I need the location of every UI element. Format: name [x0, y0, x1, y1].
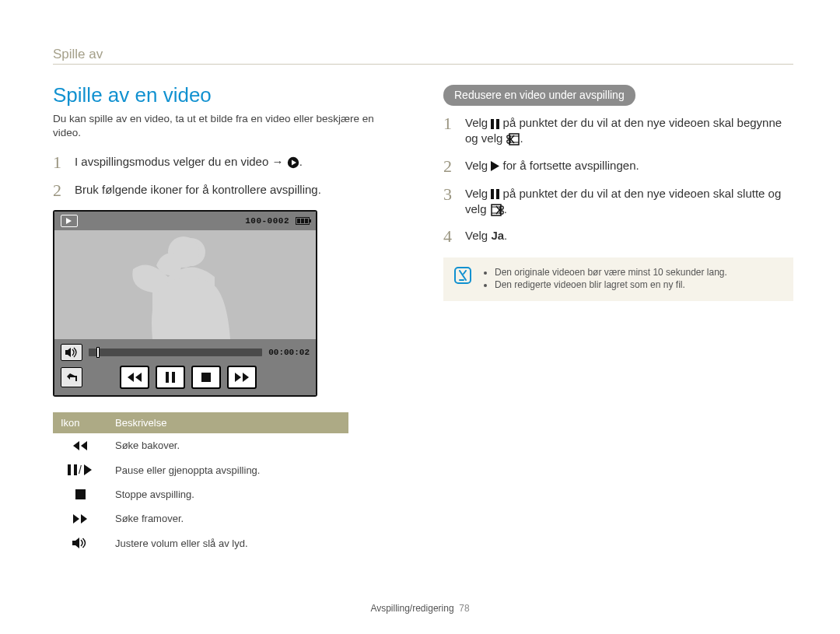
trim-start-icon: [506, 133, 520, 145]
th-desc: Beskrivelse: [107, 412, 348, 433]
player-viewport: [54, 230, 316, 339]
pause-play-icon: /: [61, 464, 100, 476]
pause-icon: [491, 189, 499, 199]
progress-bar[interactable]: [89, 349, 262, 356]
svg-rect-8: [172, 372, 175, 383]
left-column: Spille av en video Du kan spille av en v…: [53, 83, 403, 555]
note-icon: [454, 267, 471, 284]
step: 4 Velg Ja.: [443, 228, 793, 245]
cell-desc: Stoppe avspilling.: [107, 482, 348, 506]
cell-desc: Søke framover.: [107, 506, 348, 531]
step-text: Velg på punktet der du vil at den nye vi…: [465, 186, 793, 218]
step: 3 Velg på punktet der du vil at den nye …: [443, 186, 793, 218]
playback-mode-icon: [61, 215, 78, 227]
step-number: 1: [53, 154, 64, 171]
rewind-button[interactable]: [120, 366, 149, 389]
fast-forward-button[interactable]: [227, 366, 257, 389]
file-counter: 100-0002: [245, 216, 289, 226]
svg-marker-2: [66, 218, 72, 224]
note-box: Den originale videoen bør være minst 10 …: [443, 257, 793, 301]
step-number: 2: [443, 158, 454, 175]
svg-rect-7: [166, 372, 169, 383]
svg-marker-10: [235, 373, 241, 382]
svg-marker-13: [81, 441, 87, 450]
cell-desc: Pause eller gjenoppta avspilling.: [107, 457, 348, 482]
pause-button[interactable]: [156, 366, 185, 389]
svg-marker-6: [135, 373, 142, 382]
footer-section: Avspilling/redigering: [370, 603, 453, 614]
svg-marker-19: [81, 514, 87, 524]
player-bottombar: 00:00:02: [54, 339, 316, 395]
step-number: 2: [53, 182, 64, 199]
table-row: / Pause eller gjenoppta avspilling.: [53, 457, 348, 482]
trim-end-icon: [490, 204, 504, 216]
lead-paragraph: Du kan spille av en video, ta ut et bild…: [53, 112, 403, 140]
right-steps: 1 Velg på punktet der du vil at den nye …: [443, 115, 793, 245]
step-text: I avspillingsmodus velger du en video → …: [75, 154, 303, 170]
svg-marker-4: [65, 348, 71, 357]
step: 2 Velg for å fortsette avspillingen.: [443, 158, 793, 175]
table-row: Justere volum eller slå av lyd.: [53, 531, 348, 555]
step-2-text: Bruk følgende ikoner for å kontrollere a…: [75, 182, 321, 198]
table-row: Søke bakover.: [53, 433, 348, 457]
player-topbar: 100-0002: [54, 212, 316, 230]
elapsed-time: 00:00:02: [268, 348, 310, 357]
back-button[interactable]: [61, 367, 82, 387]
svg-marker-16: [84, 464, 92, 475]
table-row: Stoppe avspilling.: [53, 482, 348, 506]
running-header: Spille av: [53, 47, 793, 62]
svg-marker-11: [243, 373, 249, 382]
note-item: Den redigerte videoen blir lagret som en…: [495, 279, 727, 290]
table-row: Søke framover.: [53, 506, 348, 531]
step: 2 Bruk følgende ikoner for å kontrollere…: [53, 182, 403, 199]
volume-icon: [61, 537, 100, 549]
step-number: 3: [443, 186, 454, 203]
step-1-text: I avspillingsmodus velger du en video →: [75, 155, 283, 168]
stop-icon: [61, 489, 100, 499]
footer-page-number: 78: [459, 603, 469, 614]
step-text: Velg på punktet der du vil at den nye vi…: [465, 115, 793, 147]
svg-marker-5: [128, 373, 134, 382]
battery-icon: [296, 217, 310, 225]
step-number: 1: [443, 115, 454, 132]
svg-rect-9: [201, 373, 211, 382]
play-icon: [491, 161, 499, 171]
svg-rect-14: [68, 464, 71, 475]
stop-button[interactable]: [191, 366, 221, 389]
video-player-illustration: 100-0002: [53, 210, 317, 397]
right-column: Redusere en video under avspilling 1 Vel…: [443, 83, 793, 555]
svg-marker-20: [72, 538, 79, 548]
svg-rect-31: [491, 189, 494, 199]
icon-description-table: Ikon Beskrivelse Søke bakover.: [53, 412, 348, 555]
th-icon: Ikon: [53, 412, 107, 433]
volume-button[interactable]: [61, 344, 82, 361]
svg-rect-17: [75, 489, 86, 499]
cell-desc: Justere volum eller slå av lyd.: [107, 531, 348, 555]
svg-marker-12: [73, 441, 79, 450]
svg-rect-21: [491, 119, 494, 129]
rewind-icon: [61, 440, 100, 451]
left-steps: 1 I avspillingsmodus velger du en video …: [53, 154, 403, 199]
svg-marker-30: [491, 161, 499, 171]
step-text: Velg for å fortsette avspillingen.: [465, 158, 639, 173]
fast-forward-icon: [61, 513, 100, 524]
step-number: 4: [443, 228, 454, 245]
step: 1 Velg på punktet der du vil at den nye …: [443, 115, 793, 147]
page-footer: Avspilling/redigering 78: [0, 603, 840, 614]
play-circle-icon: [287, 156, 299, 169]
cell-desc: Søke bakover.: [107, 433, 348, 457]
svg-marker-18: [73, 514, 79, 524]
step-text: Velg Ja.: [465, 228, 507, 243]
bold-word: Ja: [491, 229, 504, 242]
svg-rect-15: [74, 464, 77, 475]
section-heading: Spille av en video: [53, 83, 403, 107]
step: 1 I avspillingsmodus velger du en video …: [53, 154, 403, 171]
divider: [53, 64, 793, 65]
pause-icon: [491, 119, 499, 129]
subsection-pill: Redusere en video under avspilling: [443, 85, 635, 106]
note-item: Den originale videoen bør være minst 10 …: [495, 267, 727, 278]
